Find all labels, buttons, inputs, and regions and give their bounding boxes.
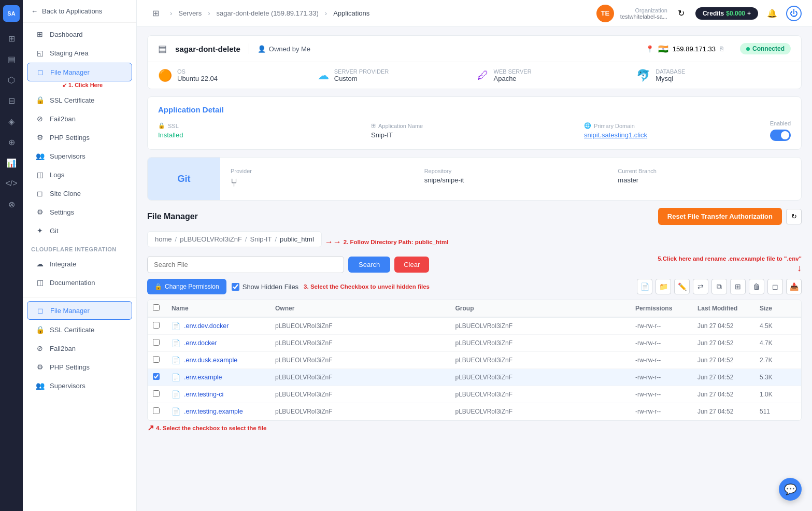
chat-bubble[interactable]: 💬	[779, 478, 802, 501]
table-row: 📄 .env.docker pLBUEOLVRoI3iZnF pLBUEOLVR…	[148, 335, 801, 352]
db-value: Mysql	[656, 75, 685, 82]
back-to-applications[interactable]: ← Back to Applications	[23, 0, 136, 23]
sidebar-icon-apps[interactable]: ⬡	[2, 70, 21, 89]
sidebar-item-ssl[interactable]: 🔒 SSL Certificate	[27, 91, 132, 109]
clear-button[interactable]: Clear	[394, 257, 429, 273]
sidebar-item-supervisors-2[interactable]: 👥 Supervisors	[27, 377, 132, 394]
sidebar-item-integrate[interactable]: ☁ Integrate	[27, 255, 132, 273]
file-checkbox-3[interactable]	[153, 373, 160, 380]
path-dir1[interactable]: pLBUEOLVRoI3iZnF	[180, 235, 242, 243]
sidebar-item-file-manager[interactable]: ◻ File Manager	[27, 63, 132, 81]
domain-item: 🌐 Primary Domain snipit.satesting1.click	[584, 122, 647, 139]
breadcrumb-server-name[interactable]: sagar-dont-delete (159.89.171.33)	[216, 9, 318, 17]
row-checkbox-1[interactable]	[153, 339, 172, 347]
sidebar-item-supervisors[interactable]: 👥 Supervisors	[27, 147, 132, 165]
path-dir3: public_html	[280, 235, 314, 243]
file-group-5: pLBUEOLVRoI3iZnF	[455, 408, 636, 415]
org-name[interactable]: testwhitelabel-sa...	[620, 13, 667, 20]
file-name-3[interactable]: 📄 .env.example	[172, 373, 275, 381]
row-checkbox-5[interactable]	[153, 407, 172, 416]
sidebar-icon-users[interactable]: ⊕	[2, 133, 21, 151]
action-copy[interactable]: ⧉	[711, 279, 727, 294]
enabled-toggle[interactable]	[770, 130, 791, 141]
sidebar-icon-code[interactable]: </>	[2, 174, 21, 193]
select-all-checkbox[interactable]	[153, 304, 160, 311]
org-avatar[interactable]: TE	[596, 5, 614, 22]
sidebar-item-ssl-2[interactable]: 🔒 SSL Certificate	[27, 321, 132, 338]
sidebar-icon-monitor[interactable]: 📊	[2, 153, 21, 172]
action-download[interactable]: 📥	[786, 279, 802, 294]
content: ▤ sagar-dont-delete 👤 Owned by Me 📍 🇮🇳 1…	[137, 27, 812, 511]
search-input[interactable]	[147, 256, 344, 273]
show-hidden-checkbox[interactable]	[232, 283, 239, 291]
sidebar-icon-settings2[interactable]: ⊗	[2, 195, 21, 214]
row-checkbox-4[interactable]	[153, 390, 172, 399]
file-owner-4: pLBUEOLVRoI3iZnF	[275, 391, 455, 398]
sidebar-item-label: File Manager	[50, 68, 90, 76]
sidebar-item-site-clone[interactable]: ◻ Site Clone	[27, 184, 132, 202]
row-checkbox-3[interactable]	[153, 373, 172, 381]
reset-file-transfer-button[interactable]: Reset File Transfer Authorization	[658, 208, 782, 225]
row-checkbox-2[interactable]	[153, 356, 172, 364]
show-hidden-label[interactable]: Show Hidden Files	[232, 283, 298, 291]
file-checkbox-2[interactable]	[153, 356, 160, 363]
action-new-file[interactable]: 📄	[637, 279, 652, 294]
refresh-file-icon[interactable]: ↻	[786, 209, 802, 224]
path-dir2[interactable]: Snip-IT	[250, 235, 272, 243]
credits-button[interactable]: Credits $0.000 +	[695, 7, 758, 20]
sidebar-icon-security[interactable]: ◈	[2, 112, 21, 131]
file-name-4[interactable]: 📄 .env.testing-ci	[172, 390, 275, 399]
file-checkbox-4[interactable]	[153, 390, 160, 397]
sidebar-item-label: Dashboard	[50, 31, 83, 38]
sidebar-item-git[interactable]: ✦ Git	[27, 222, 132, 239]
ip-area: 📍 🇮🇳 159.89.171.33 ⎘	[646, 44, 723, 54]
file-checkbox-1[interactable]	[153, 339, 160, 346]
sidebar-item-file-manager-2[interactable]: ◻ File Manager	[27, 301, 132, 320]
sidebar-item-logs[interactable]: ◫ Logs	[27, 166, 132, 183]
action-empty[interactable]: ◻	[767, 279, 783, 294]
file-checkbox-0[interactable]	[153, 322, 160, 329]
flag-icon: 🇮🇳	[658, 44, 668, 54]
file-checkbox-5[interactable]	[153, 407, 160, 414]
webserver-icon: 🖊	[477, 69, 489, 82]
annotation5-text: 5.Click here and rename .env.example fil…	[658, 255, 802, 262]
sidebar-item-php-2[interactable]: ⚙ PHP Settings	[27, 358, 132, 376]
sidebar-item-documentation[interactable]: ◫ Documentation	[27, 274, 132, 291]
row-checkbox-0[interactable]	[153, 322, 172, 330]
copy-icon[interactable]: ⎘	[720, 45, 723, 52]
file-date-1: Jun 27 04:52	[697, 339, 760, 347]
action-move[interactable]: ⇄	[693, 279, 708, 294]
sidebar-icon-home[interactable]: ⊞	[2, 29, 21, 48]
sidebar-item-staging[interactable]: ◱ Staging Area	[27, 44, 132, 62]
breadcrumb-servers[interactable]: Servers	[178, 9, 202, 17]
sidebar-item-fail2ban-2[interactable]: ⊘ Fail2ban	[27, 339, 132, 357]
sidebar-item-label: Supervisors	[50, 152, 86, 160]
file-name-1[interactable]: 📄 .env.docker	[172, 339, 275, 347]
domain-value[interactable]: snipit.satesting1.click	[584, 131, 647, 139]
sidebar-item-php[interactable]: ⚙ PHP Settings	[27, 129, 132, 146]
refresh-icon[interactable]: ↻	[674, 6, 689, 21]
sidebar-icon-servers[interactable]: ▤	[2, 50, 21, 68]
path-home[interactable]: home	[155, 235, 172, 243]
file-name-5[interactable]: 📄 .env.testing.example	[172, 407, 275, 416]
credits-value: $0.000	[726, 10, 745, 17]
sidebar-item-label: File Manager	[50, 307, 90, 315]
change-permission-button[interactable]: 🔒 Change Permission	[147, 279, 226, 294]
action-rename[interactable]: ✏️	[674, 279, 690, 294]
action-delete[interactable]: 🗑	[749, 279, 764, 294]
file-name-0[interactable]: 📄 .env.dev.docker	[172, 322, 275, 330]
repo-label: Repository	[424, 168, 597, 174]
bell-icon[interactable]: 🔔	[764, 6, 780, 21]
search-button[interactable]: Search	[348, 257, 390, 273]
sidebar-item-dashboard[interactable]: ⊞ Dashboard	[27, 25, 132, 43]
action-compress[interactable]: ⊞	[730, 279, 746, 294]
logo[interactable]: SA	[2, 4, 21, 23]
file-name-2[interactable]: 📄 .env.dusk.example	[172, 356, 275, 364]
sidebar-item-settings[interactable]: ⚙ Settings	[27, 203, 132, 221]
action-new-folder[interactable]: 📁	[656, 279, 671, 294]
sidebar-icon-db[interactable]: ⊟	[2, 91, 21, 110]
annotation2-text: 2. Follow Directory Path: public_html	[344, 239, 449, 245]
sidebar-item-fail2ban[interactable]: ⊘ Fail2ban	[27, 110, 132, 127]
power-icon[interactable]: ⏻	[786, 6, 802, 21]
grid-icon[interactable]: ⊞	[147, 5, 164, 22]
